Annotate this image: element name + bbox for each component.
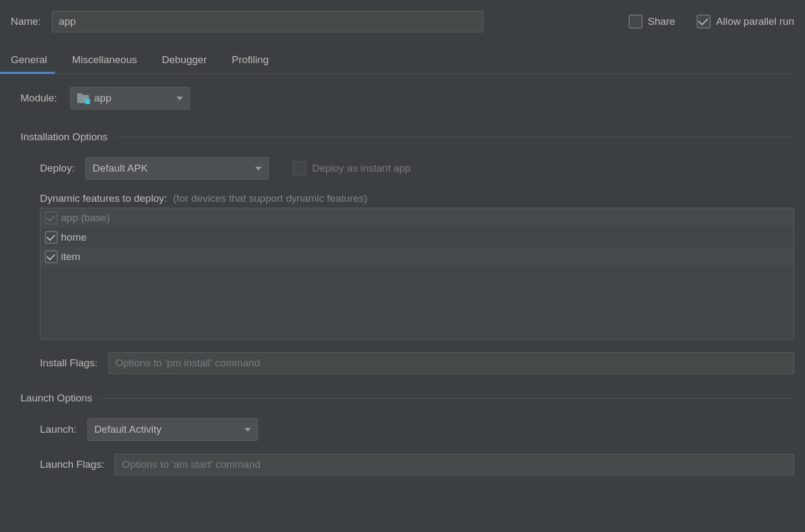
tab-general[interactable]: General bbox=[11, 49, 47, 73]
deploy-combo[interactable]: Default APK bbox=[85, 157, 269, 180]
launch-options-title: Launch Options bbox=[21, 392, 92, 404]
dynamic-feature-label: home bbox=[61, 231, 87, 243]
parallel-checkbox[interactable] bbox=[697, 15, 711, 29]
module-combo-value: app bbox=[94, 92, 112, 104]
launch-mode-label: Launch: bbox=[40, 424, 77, 435]
launch-flags-row: Launch Flags: bbox=[40, 454, 794, 475]
module-row: Module: app bbox=[21, 87, 794, 110]
dynamic-feature-checkbox[interactable] bbox=[45, 250, 58, 263]
installation-options-title: Installation Options bbox=[21, 131, 108, 143]
deploy-row: Deploy: Default APK Deploy as instant ap… bbox=[40, 157, 794, 180]
deploy-instant-wrap: Deploy as instant app bbox=[292, 161, 411, 175]
dynamic-feature-checkbox[interactable] bbox=[45, 231, 58, 244]
name-row: Name: Share Allow parallel run bbox=[11, 0, 794, 49]
install-flags-input[interactable] bbox=[108, 352, 794, 374]
tab-miscellaneous[interactable]: Miscellaneous bbox=[72, 49, 137, 73]
deploy-instant-label: Deploy as instant app bbox=[312, 162, 411, 174]
dynamic-feature-label: item bbox=[61, 251, 80, 263]
dynamic-feature-checkbox bbox=[45, 212, 58, 224]
chevron-down-icon bbox=[244, 428, 251, 432]
launch-options-group: Launch Options Launch: Default Activity … bbox=[21, 392, 794, 475]
installation-options-group: Installation Options Deploy: Default APK… bbox=[21, 131, 794, 374]
chevron-down-icon bbox=[176, 97, 183, 100]
share-checkbox[interactable] bbox=[629, 15, 643, 29]
launch-mode-combo[interactable]: Default Activity bbox=[87, 418, 258, 441]
tab-debugger[interactable]: Debugger bbox=[162, 49, 207, 73]
install-flags-row: Install Flags: bbox=[40, 352, 794, 374]
dynamic-feature-row[interactable]: home bbox=[40, 228, 794, 247]
parallel-checkbox-wrap[interactable]: Allow parallel run bbox=[697, 15, 794, 29]
launch-flags-label: Launch Flags: bbox=[40, 459, 104, 470]
share-label: Share bbox=[648, 16, 676, 28]
dynamic-features-hint: (for devices that support dynamic featur… bbox=[173, 193, 367, 204]
module-combo[interactable]: app bbox=[70, 87, 190, 110]
tab-profiling[interactable]: Profiling bbox=[231, 49, 269, 73]
launch-mode-row: Launch: Default Activity bbox=[40, 418, 794, 441]
dynamic-features-list[interactable]: app (base) home item bbox=[40, 208, 794, 339]
chevron-down-icon bbox=[255, 167, 262, 170]
deploy-instant-checkbox bbox=[292, 161, 306, 175]
module-folder-icon bbox=[77, 93, 89, 103]
divider bbox=[100, 398, 794, 399]
name-input[interactable] bbox=[52, 11, 483, 32]
dynamic-features-section: Dynamic features to deploy: (for devices… bbox=[40, 193, 794, 339]
tab-bar: General Miscellaneous Debugger Profiling bbox=[11, 49, 794, 74]
share-checkbox-wrap[interactable]: Share bbox=[629, 15, 676, 29]
name-label: Name: bbox=[11, 16, 41, 28]
divider bbox=[115, 137, 794, 138]
launch-mode-combo-value: Default Activity bbox=[94, 424, 162, 435]
parallel-label: Allow parallel run bbox=[716, 16, 794, 28]
dynamic-feature-row[interactable]: item bbox=[40, 247, 794, 267]
dynamic-features-label: Dynamic features to deploy: bbox=[40, 193, 167, 204]
deploy-label: Deploy: bbox=[40, 162, 74, 174]
launch-flags-input[interactable] bbox=[115, 454, 794, 475]
module-label: Module: bbox=[21, 92, 57, 104]
deploy-combo-value: Default APK bbox=[92, 162, 147, 174]
dynamic-feature-label: app (base) bbox=[61, 212, 110, 224]
install-flags-label: Install Flags: bbox=[40, 357, 98, 369]
dynamic-feature-row: app (base) bbox=[40, 208, 794, 228]
